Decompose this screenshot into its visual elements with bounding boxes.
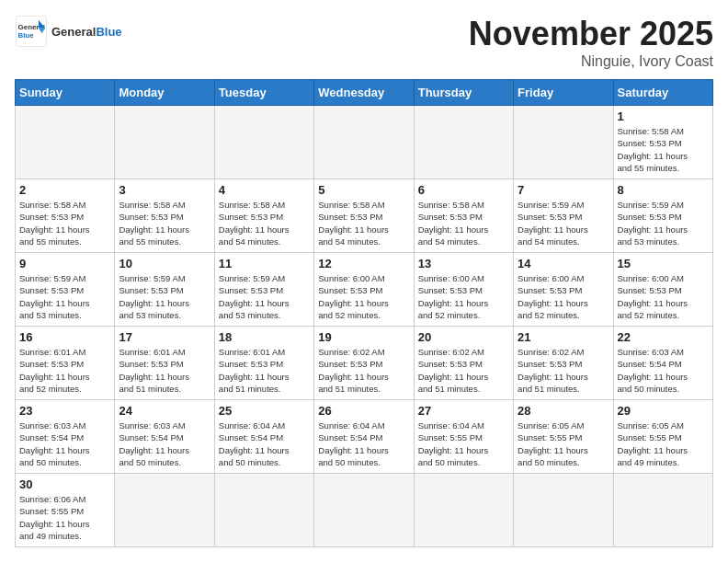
day-info: Sunrise: 6:01 AMSunset: 5:53 PMDaylight:… [19,346,110,395]
day-info: Sunrise: 5:59 AMSunset: 5:53 PMDaylight:… [219,272,310,321]
calendar-cell: 1Sunrise: 5:58 AMSunset: 5:53 PMDaylight… [613,106,712,179]
calendar-cell [214,106,313,179]
calendar-cell: 27Sunrise: 6:04 AMSunset: 5:55 PMDayligh… [414,400,513,474]
calendar-cell [414,474,513,547]
day-number: 11 [219,257,310,270]
calendar-cell: 7Sunrise: 5:59 AMSunset: 5:53 PMDaylight… [514,179,613,253]
day-number: 3 [119,183,210,197]
day-info: Sunrise: 6:00 AMSunset: 5:53 PMDaylight:… [318,272,409,321]
logo: General Blue GeneralBlue [15,15,122,48]
day-info: Sunrise: 6:02 AMSunset: 5:53 PMDaylight:… [418,346,509,395]
calendar-cell: 19Sunrise: 6:02 AMSunset: 5:53 PMDayligh… [314,327,414,400]
calendar-cell: 11Sunrise: 5:59 AMSunset: 5:53 PMDayligh… [214,253,313,327]
day-number: 5 [318,183,409,197]
day-number: 27 [418,404,509,418]
calendar-cell: 4Sunrise: 5:58 AMSunset: 5:53 PMDaylight… [214,179,313,253]
day-number: 29 [618,404,709,418]
day-number: 22 [618,330,709,344]
calendar-cell: 18Sunrise: 6:01 AMSunset: 5:53 PMDayligh… [214,327,313,400]
day-info: Sunrise: 6:04 AMSunset: 5:54 PMDaylight:… [219,419,310,468]
calendar-header-wednesday: Wednesday [314,80,414,106]
day-number: 8 [618,183,709,197]
day-info: Sunrise: 6:02 AMSunset: 5:53 PMDaylight:… [518,346,609,395]
day-info: Sunrise: 5:58 AMSunset: 5:53 PMDaylight:… [219,199,310,247]
calendar-cell: 29Sunrise: 6:05 AMSunset: 5:55 PMDayligh… [613,400,712,474]
calendar-week-row: 1Sunrise: 5:58 AMSunset: 5:53 PMDaylight… [16,106,713,179]
day-number: 14 [518,257,609,270]
calendar-cell: 21Sunrise: 6:02 AMSunset: 5:53 PMDayligh… [514,327,613,400]
calendar-cell [414,106,513,179]
header: General Blue GeneralBlue November 2025 N… [15,15,713,70]
day-info: Sunrise: 6:01 AMSunset: 5:53 PMDaylight:… [119,346,210,395]
day-info: Sunrise: 5:58 AMSunset: 5:53 PMDaylight:… [19,199,110,247]
title-area: November 2025 Ninguie, Ivory Coast [469,15,713,70]
calendar-cell: 6Sunrise: 5:58 AMSunset: 5:53 PMDaylight… [414,179,513,253]
calendar-cell: 3Sunrise: 5:58 AMSunset: 5:53 PMDaylight… [115,179,214,253]
calendar-cell: 14Sunrise: 6:00 AMSunset: 5:53 PMDayligh… [514,253,613,327]
day-info: Sunrise: 6:00 AMSunset: 5:53 PMDaylight:… [418,272,509,321]
calendar-header-monday: Monday [115,80,214,106]
calendar-cell: 20Sunrise: 6:02 AMSunset: 5:53 PMDayligh… [414,327,513,400]
day-info: Sunrise: 6:04 AMSunset: 5:54 PMDaylight:… [318,419,409,468]
calendar-cell: 16Sunrise: 6:01 AMSunset: 5:53 PMDayligh… [16,327,115,400]
calendar-cell: 26Sunrise: 6:04 AMSunset: 5:54 PMDayligh… [314,400,414,474]
svg-text:Blue: Blue [18,31,35,40]
calendar-week-row: 2Sunrise: 5:58 AMSunset: 5:53 PMDaylight… [16,179,713,253]
day-info: Sunrise: 6:03 AMSunset: 5:54 PMDaylight:… [618,346,709,395]
day-info: Sunrise: 6:06 AMSunset: 5:55 PMDaylight:… [19,493,110,542]
day-number: 1 [618,109,709,123]
day-info: Sunrise: 6:03 AMSunset: 5:54 PMDaylight:… [119,419,210,468]
day-number: 4 [219,183,310,197]
calendar-cell: 28Sunrise: 6:05 AMSunset: 5:55 PMDayligh… [514,400,613,474]
calendar-cell [314,106,414,179]
day-number: 13 [418,257,509,270]
calendar-cell: 22Sunrise: 6:03 AMSunset: 5:54 PMDayligh… [613,327,712,400]
day-number: 10 [119,257,210,270]
day-info: Sunrise: 6:02 AMSunset: 5:53 PMDaylight:… [318,346,409,395]
day-number: 16 [19,330,110,344]
day-info: Sunrise: 6:05 AMSunset: 5:55 PMDaylight:… [618,419,709,468]
calendar-header-sunday: Sunday [16,80,115,106]
day-info: Sunrise: 5:58 AMSunset: 5:53 PMDaylight:… [119,199,210,247]
day-number: 15 [618,257,709,270]
day-info: Sunrise: 6:00 AMSunset: 5:53 PMDaylight:… [618,272,709,321]
day-info: Sunrise: 5:59 AMSunset: 5:53 PMDaylight:… [19,272,110,321]
day-info: Sunrise: 5:58 AMSunset: 5:53 PMDaylight:… [318,199,409,247]
calendar-cell: 25Sunrise: 6:04 AMSunset: 5:54 PMDayligh… [214,400,313,474]
day-number: 17 [119,330,210,344]
calendar-cell: 17Sunrise: 6:01 AMSunset: 5:53 PMDayligh… [115,327,214,400]
day-number: 7 [518,183,609,197]
calendar-cell: 2Sunrise: 5:58 AMSunset: 5:53 PMDaylight… [16,179,115,253]
day-info: Sunrise: 5:59 AMSunset: 5:53 PMDaylight:… [518,199,609,247]
calendar-cell: 15Sunrise: 6:00 AMSunset: 5:53 PMDayligh… [613,253,712,327]
month-title: November 2025 [469,15,713,53]
calendar-header-row: SundayMondayTuesdayWednesdayThursdayFrid… [16,80,713,106]
day-number: 19 [318,330,409,344]
day-info: Sunrise: 5:59 AMSunset: 5:53 PMDaylight:… [119,272,210,321]
day-number: 23 [19,404,110,418]
location-subtitle: Ninguie, Ivory Coast [469,53,713,70]
day-info: Sunrise: 6:01 AMSunset: 5:53 PMDaylight:… [219,346,310,395]
day-number: 12 [318,257,409,270]
day-number: 6 [418,183,509,197]
day-number: 26 [318,404,409,418]
calendar-cell: 8Sunrise: 5:59 AMSunset: 5:53 PMDaylight… [613,179,712,253]
calendar-cell: 13Sunrise: 6:00 AMSunset: 5:53 PMDayligh… [414,253,513,327]
day-number: 18 [219,330,310,344]
day-number: 21 [518,330,609,344]
day-info: Sunrise: 6:00 AMSunset: 5:53 PMDaylight:… [518,272,609,321]
calendar-cell [613,474,712,547]
calendar-cell: 10Sunrise: 5:59 AMSunset: 5:53 PMDayligh… [115,253,214,327]
day-number: 9 [19,257,110,270]
day-number: 30 [19,477,110,491]
calendar-cell [115,474,214,547]
logo-icon: General Blue [15,15,48,48]
calendar-cell: 23Sunrise: 6:03 AMSunset: 5:54 PMDayligh… [16,400,115,474]
day-number: 20 [418,330,509,344]
calendar-week-row: 9Sunrise: 5:59 AMSunset: 5:53 PMDaylight… [16,253,713,327]
day-number: 24 [119,404,210,418]
day-info: Sunrise: 6:04 AMSunset: 5:55 PMDaylight:… [418,419,509,468]
calendar-cell: 5Sunrise: 5:58 AMSunset: 5:53 PMDaylight… [314,179,414,253]
calendar-cell [16,106,115,179]
calendar-header-thursday: Thursday [414,80,513,106]
